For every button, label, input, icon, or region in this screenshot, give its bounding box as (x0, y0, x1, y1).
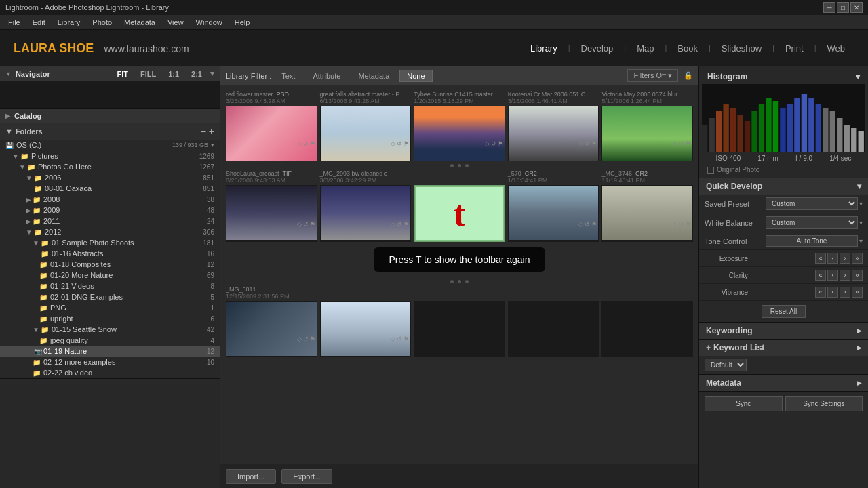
photo-cell[interactable]: ◇ ↺ ⚑ (508, 106, 599, 161)
folder-abstracts[interactable]: 📁 01-16 Abstracts 16 (0, 248, 220, 259)
kw-list-collapse[interactable]: ▸ (857, 343, 861, 352)
clarity-dec[interactable]: ‹ (827, 270, 838, 281)
vibrance-inc[interactable]: › (840, 287, 850, 298)
photo-rotate[interactable]: ↺ (397, 336, 402, 342)
menu-window[interactable]: Window (191, 17, 228, 28)
photo-cell[interactable]: ◇↺⚑ (226, 301, 317, 357)
nav-1-1[interactable]: 1:1 (164, 69, 183, 79)
vibrance-inc-inc[interactable]: » (852, 287, 863, 298)
keywording-header[interactable]: Keywording ▸ (699, 322, 868, 339)
folder-png[interactable]: 📁 PNG 1 (0, 302, 220, 313)
photo-flag-icon[interactable]: ⚑ (686, 140, 691, 147)
photo-flag[interactable]: ⚑ (403, 221, 409, 228)
histogram-header[interactable]: Histogram ▾ (702, 69, 865, 84)
module-library[interactable]: Library (521, 39, 567, 58)
sync-button[interactable]: Sync (705, 396, 783, 411)
navigator-header[interactable]: ▼ Navigator FIT FILL 1:1 2:1 ▾ (0, 66, 220, 81)
photo-rotate[interactable]: ↺ (397, 221, 402, 228)
exposure-dec[interactable]: ‹ (827, 253, 838, 264)
module-print[interactable]: Print (776, 39, 813, 58)
exposure-inc-inc[interactable]: » (852, 253, 863, 264)
folder-more-nature[interactable]: 📁 01-20 More Nature 69 (0, 270, 220, 281)
kw-collapse-icon[interactable]: ▸ (857, 326, 861, 336)
nav-fit[interactable]: FIT (113, 69, 132, 79)
folder-composites[interactable]: 📁 01-18 Composites 12 (0, 259, 220, 270)
photo-flag[interactable]: ⚑ (310, 336, 315, 342)
quick-develop-header[interactable]: Quick Develop ▾ (699, 178, 868, 195)
photo-rotate-icon[interactable]: ↺ (397, 140, 402, 147)
photo-flag-icon[interactable]: ⚑ (403, 140, 409, 147)
kw-list-plus[interactable]: + (706, 343, 711, 352)
module-map[interactable]: Map (627, 39, 663, 58)
drive-item[interactable]: 💾 OS (C:) 139 / 931 GB ▾ (0, 140, 220, 150)
clarity-inc[interactable]: › (840, 270, 850, 281)
folder-2006[interactable]: ▼ 📁 2006 851 (0, 172, 220, 183)
photo-cell[interactable]: t (414, 185, 505, 242)
photo-cell[interactable]: ◇↺⚑ (226, 185, 317, 242)
folder-dng[interactable]: 📁 02-01 DNG Examples 5 (0, 291, 220, 302)
nav-dropdown[interactable]: ▾ (210, 69, 214, 79)
vibrance-dec-dec[interactable]: « (815, 287, 826, 298)
folder-nature[interactable]: 📷 01-19 Nature 12 (0, 346, 220, 357)
photo-flag-icon[interactable]: ⚑ (310, 140, 315, 147)
menu-view[interactable]: View (162, 17, 189, 28)
photo-cell[interactable]: ◇ ↺ ⚑ (226, 106, 317, 161)
photo-rotate[interactable]: ↺ (303, 336, 309, 342)
folder-seattle-snow[interactable]: ▼ 📁 01-15 Seattle Snow 42 (0, 324, 220, 335)
white-balance-arrow[interactable]: ▾ (859, 219, 863, 226)
saved-preset-select[interactable]: Custom (766, 197, 858, 210)
minimize-button[interactable]: ─ (823, 2, 835, 13)
folder-photos-go-here[interactable]: ▼ 📁 Photos Go Here 1267 (0, 161, 220, 172)
photo-flag[interactable]: ⚑ (403, 336, 409, 342)
photo-cell[interactable]: ◇↺⚑ (320, 185, 412, 242)
sync-settings-button[interactable]: Sync Settings (785, 396, 863, 411)
menu-photo[interactable]: Photo (87, 17, 117, 28)
photo-cell[interactable]: ◇↺⚑ (601, 185, 693, 242)
module-slideshow[interactable]: Slideshow (712, 39, 771, 58)
clarity-inc-inc[interactable]: » (852, 270, 863, 281)
photo-rotate-icon[interactable]: ↺ (585, 140, 590, 147)
module-web[interactable]: Web (818, 39, 855, 58)
keyword-filter-select[interactable]: Default (705, 359, 747, 371)
close-button[interactable]: ✕ (850, 2, 863, 13)
saved-preset-arrow[interactable]: ▾ (859, 200, 863, 207)
histogram-collapse-icon[interactable]: ▾ (856, 72, 860, 81)
folder-pictures[interactable]: ▼ 📁 Pictures 1269 (0, 150, 220, 161)
photo-flag[interactable]: ⚑ (591, 221, 597, 228)
menu-edit[interactable]: Edit (27, 17, 51, 28)
original-photo-checkbox[interactable] (707, 167, 714, 174)
filter-tab-text[interactable]: Text (274, 70, 302, 82)
module-develop[interactable]: Develop (572, 39, 623, 58)
filter-tab-metadata[interactable]: Metadata (351, 70, 397, 82)
filter-off-button[interactable]: Filters Off ▾ (627, 69, 678, 82)
photo-rotate[interactable]: ↺ (303, 221, 309, 228)
photo-rotate-icon[interactable]: ↺ (303, 140, 309, 147)
folder-more-examples[interactable]: 📁 02-12 more examples 10 (0, 357, 220, 367)
qd-collapse-icon[interactable]: ▾ (857, 182, 861, 191)
photo-cell[interactable]: ◇↺⚑ (320, 301, 412, 357)
photo-rotate-icon[interactable]: ↺ (491, 140, 496, 147)
folder-2009[interactable]: ▶ 📁 2009 48 (0, 205, 220, 216)
metadata-header[interactable]: Metadata ▸ (699, 374, 868, 391)
folders-header[interactable]: ▼ Folders − + (0, 123, 220, 140)
folder-videos[interactable]: 📁 01-21 Videos 8 (0, 281, 220, 291)
import-button[interactable]: Import... (226, 469, 276, 484)
maximize-button[interactable]: □ (837, 2, 849, 13)
folder-upright[interactable]: 📁 upright 6 (0, 313, 220, 324)
folder-jpeg-quality[interactable]: 📁 jpeg quality 4 (0, 335, 220, 346)
folder-2008[interactable]: ▶ 📁 2008 38 (0, 194, 220, 205)
photo-rotate[interactable]: ↺ (679, 221, 684, 228)
folder-2012[interactable]: ▼ 📁 2012 306 (0, 226, 220, 237)
filter-tab-none[interactable]: None (399, 70, 432, 82)
folder-minus[interactable]: − (201, 126, 206, 137)
folder-oaxaca[interactable]: 📁 08-01 Oaxaca 851 (0, 183, 220, 194)
module-book[interactable]: Book (668, 39, 707, 58)
vibrance-dec[interactable]: ‹ (827, 287, 838, 298)
white-balance-select[interactable]: Custom (766, 216, 858, 229)
nav-fill[interactable]: FILL (136, 69, 160, 79)
folder-sample-shoots[interactable]: ▼ 📁 01 Sample Photo Shoots 181 (0, 237, 220, 248)
auto-tone-button[interactable]: Auto Tone (766, 235, 858, 247)
filter-lock-icon[interactable]: 🔒 (684, 71, 693, 80)
photo-flag-icon[interactable]: ⚑ (498, 140, 503, 147)
photo-cell[interactable]: ◇ ↺ ⚑ (320, 106, 412, 161)
